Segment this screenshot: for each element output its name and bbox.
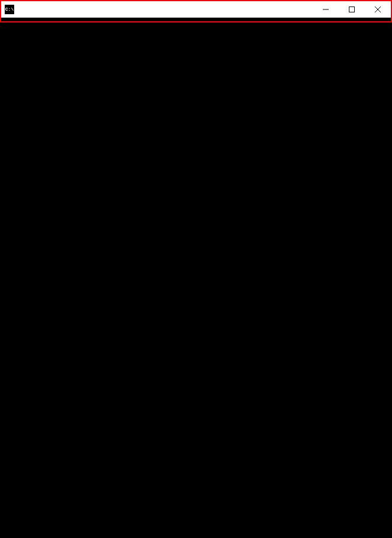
window-titlebar[interactable]: C:\ bbox=[1, 1, 391, 18]
minimize-button[interactable] bbox=[313, 1, 339, 17]
cmd-terminal-output[interactable] bbox=[1, 18, 391, 21]
cmd-icon: C:\ bbox=[5, 5, 14, 14]
close-button[interactable] bbox=[365, 1, 391, 17]
svg-rect-1 bbox=[349, 7, 355, 12]
highlighted-window-frame: C:\ bbox=[0, 0, 392, 22]
bash-terminal-output[interactable] bbox=[0, 22, 390, 24]
maximize-button[interactable] bbox=[339, 1, 365, 17]
